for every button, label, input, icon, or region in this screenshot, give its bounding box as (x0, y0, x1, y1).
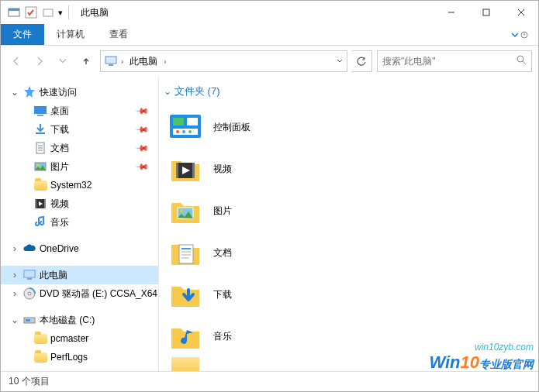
recent-dropdown[interactable] (54, 52, 72, 70)
sidebar-this-pc[interactable]: › 此电脑 (1, 266, 158, 284)
new-folder-icon[interactable] (41, 5, 55, 19)
svg-point-41 (182, 130, 185, 133)
tab-computer[interactable]: 计算机 (44, 24, 97, 45)
sidebar-downloads[interactable]: 下载 📌 (1, 120, 158, 139)
svg-rect-35 (26, 319, 30, 322)
chevron-down-icon[interactable]: ⌄ (10, 87, 19, 98)
sidebar-item-label: 桌面 (50, 105, 69, 118)
videos-folder-icon (168, 152, 202, 186)
ribbon-tabs: 文件 计算机 查看 (1, 24, 538, 46)
breadcrumb-separator[interactable]: › (121, 57, 123, 66)
svg-rect-49 (179, 245, 193, 263)
sidebar-documents[interactable]: 文档 📌 (1, 139, 158, 157)
refresh-button[interactable] (352, 50, 372, 72)
window-title: 此电脑 (81, 6, 109, 19)
svg-rect-12 (105, 57, 116, 64)
address-dropdown[interactable] (336, 54, 344, 68)
drive-icon (22, 313, 36, 327)
item-label: 视频 (213, 163, 232, 176)
control-panel-icon (168, 110, 202, 144)
sidebar-item-label: 本地磁盘 (C:) (40, 314, 95, 327)
chevron-right-icon[interactable]: › (10, 270, 19, 280)
svg-point-48 (180, 209, 183, 212)
search-icon[interactable] (517, 54, 527, 68)
folder-icon (33, 332, 47, 346)
qat-divider (68, 5, 69, 19)
folder-icon (33, 178, 47, 192)
svg-point-14 (517, 56, 523, 62)
sidebar-videos[interactable]: 视频 (1, 194, 158, 213)
sidebar-dvd[interactable]: › DVD 驱动器 (E:) CCSA_X64 (1, 284, 158, 303)
sidebar-item-label: 音乐 (50, 216, 69, 229)
item-videos[interactable]: 视频 (164, 148, 534, 190)
minimize-button[interactable] (434, 1, 468, 24)
sidebar-desktop[interactable]: 桌面 📌 (1, 101, 158, 120)
item-pictures[interactable]: 图片 (164, 190, 534, 232)
breadcrumb-segment[interactable]: 此电脑 (126, 53, 161, 70)
item-documents[interactable]: 文档 (164, 232, 534, 273)
documents-folder-icon (168, 236, 202, 270)
sidebar-item-label: 图片 (50, 160, 69, 174)
chevron-right-icon[interactable]: › (10, 243, 19, 254)
chevron-down-icon[interactable]: ⌄ (10, 315, 19, 325)
item-downloads[interactable]: 下载 (164, 273, 534, 315)
chevron-down-icon[interactable]: ⌄ (164, 86, 171, 97)
sidebar-onedrive[interactable]: › OneDrive (1, 239, 158, 258)
svg-rect-37 (173, 118, 184, 126)
svg-rect-27 (44, 199, 46, 208)
close-button[interactable] (503, 1, 538, 24)
navigation-bar: › 此电脑 › (1, 46, 538, 77)
this-pc-icon (22, 268, 36, 282)
pin-icon: 📌 (134, 103, 149, 118)
back-button[interactable] (7, 52, 26, 70)
sidebar-pcmaster[interactable]: pcmaster (1, 329, 158, 348)
sidebar-quick-access[interactable]: ⌄ 快速访问 (1, 83, 158, 101)
svg-rect-45 (192, 163, 195, 178)
sidebar-item-label: PerfLogs (50, 352, 88, 363)
downloads-folder-icon (168, 277, 202, 311)
svg-rect-44 (176, 163, 178, 178)
tab-file[interactable]: 文件 (1, 24, 44, 45)
svg-rect-3 (43, 9, 53, 16)
svg-rect-26 (35, 199, 36, 208)
status-bar: 10 个项目 (1, 371, 538, 391)
ribbon-expand-icon[interactable] (501, 24, 538, 45)
breadcrumb-separator[interactable]: › (164, 57, 166, 66)
videos-icon (33, 197, 47, 211)
sidebar-item-label: 文档 (50, 142, 69, 155)
title-bar: ▾ 此电脑 (1, 1, 538, 24)
address-bar[interactable]: › 此电脑 › (100, 50, 347, 72)
pin-icon: 📌 (134, 140, 149, 155)
search-box[interactable] (377, 50, 532, 72)
maximize-button[interactable] (468, 1, 503, 24)
navigation-pane[interactable]: ⌄ 快速访问 桌面 📌 下载 📌 文档 📌 图片 📌 (1, 77, 159, 371)
svg-point-40 (176, 130, 179, 133)
qat-dropdown[interactable]: ▾ (58, 8, 63, 18)
group-header-folders[interactable]: ⌄ 文件夹 (7) (164, 84, 534, 98)
tab-view[interactable]: 查看 (97, 24, 140, 45)
star-icon (22, 85, 36, 99)
pictures-icon (33, 160, 47, 174)
sidebar-item-label: OneDrive (40, 243, 79, 254)
properties-icon[interactable] (24, 5, 38, 19)
sidebar-item-label: System32 (50, 180, 92, 191)
sidebar-item-label: pcmaster (50, 333, 88, 344)
downloads-icon (33, 122, 47, 136)
sidebar-system32[interactable]: System32 (1, 176, 158, 194)
content-pane[interactable]: ⌄ 文件夹 (7) 控制面板 视频 图片 文档 (159, 77, 538, 371)
sidebar-music[interactable]: 音乐 (1, 213, 158, 232)
forward-button[interactable] (30, 52, 49, 70)
sidebar-item-label: DVD 驱动器 (E:) CCSA_X64 (40, 287, 157, 301)
search-input[interactable] (382, 56, 517, 67)
chevron-right-icon[interactable]: › (10, 288, 19, 299)
sidebar-perflogs[interactable]: PerfLogs (1, 348, 158, 366)
sidebar-item-label: 视频 (50, 198, 69, 211)
watermark: win10zyb.com Win10专业版官网 (429, 342, 534, 373)
sidebar-local-disk[interactable]: ⌄ 本地磁盘 (C:) (1, 311, 158, 329)
item-control-panel[interactable]: 控制面板 (164, 106, 534, 148)
music-folder-icon (168, 319, 202, 353)
up-button[interactable] (77, 52, 95, 70)
svg-rect-1 (9, 9, 19, 11)
svg-point-33 (28, 292, 31, 295)
sidebar-pictures[interactable]: 图片 📌 (1, 157, 158, 176)
